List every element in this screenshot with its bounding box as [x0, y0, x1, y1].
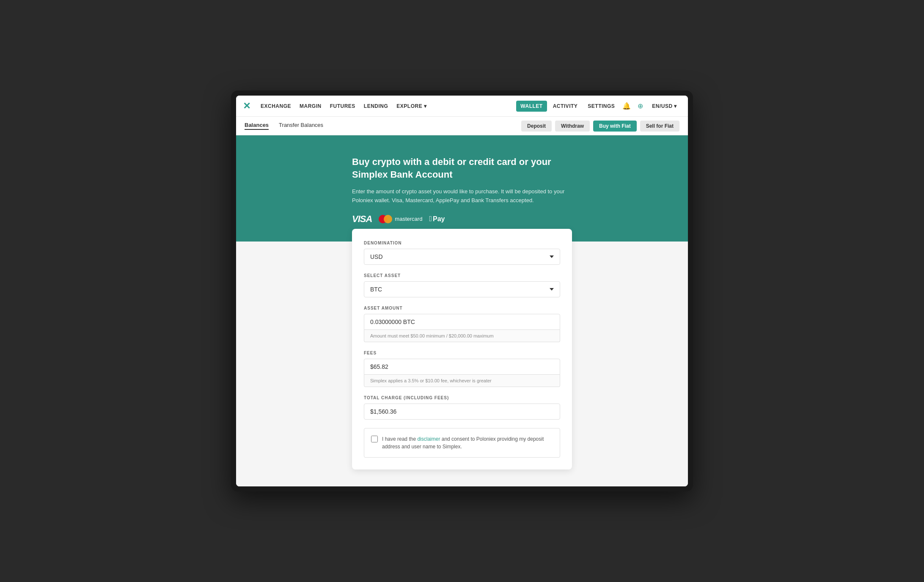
nav-explore[interactable]: EXPLORE ▾ — [396, 103, 426, 109]
total-charge-input[interactable] — [364, 404, 560, 420]
sub-nav-right: Deposit Withdraw Buy with Fiat Sell for … — [521, 121, 679, 132]
buy-with-fiat-button[interactable]: Buy with Fiat — [593, 121, 637, 132]
consent-checkbox[interactable] — [371, 436, 378, 442]
device-frame: ✕ EXCHANGE MARGIN FUTURES LENDING EXPLOR… — [231, 91, 693, 491]
total-charge-label: TOTAL CHARGE (INCLUDING FEES) — [364, 395, 560, 400]
fees-group: FEES Simplex applies a 3.5% or $10.00 fe… — [364, 351, 560, 387]
nav-settings[interactable]: SETTINGS — [583, 101, 619, 112]
form-card: DENOMINATION USD EUR GBP SELECT ASSET BT… — [352, 229, 572, 469]
denomination-label: DENOMINATION — [364, 241, 560, 245]
disclaimer-link[interactable]: disclaimer — [417, 436, 440, 442]
asset-amount-input[interactable] — [364, 314, 560, 330]
locale-selector[interactable]: EN/USD ▾ — [648, 101, 681, 112]
logo[interactable]: ✕ — [243, 101, 250, 112]
mastercard-logo: mastercard — [379, 215, 422, 223]
hero-description: Enter the amount of crypto asset you wou… — [352, 187, 572, 205]
consent-label: I have read the disclaimer and consent t… — [382, 435, 553, 450]
mc-circle-right — [384, 215, 392, 223]
sell-for-fiat-button[interactable]: Sell for Fiat — [640, 121, 679, 132]
screen: ✕ EXCHANGE MARGIN FUTURES LENDING EXPLOR… — [236, 96, 688, 486]
asset-select[interactable]: BTC ETH LTC XRP — [364, 281, 560, 297]
nav-activity[interactable]: ACTIVITY — [549, 101, 582, 112]
top-nav: ✕ EXCHANGE MARGIN FUTURES LENDING EXPLOR… — [236, 96, 688, 117]
transfer-balances-link[interactable]: Transfer Balances — [279, 122, 323, 130]
nav-exchange[interactable]: EXCHANGE — [261, 103, 291, 109]
denomination-select[interactable]: USD EUR GBP — [364, 249, 560, 265]
deposit-button[interactable]: Deposit — [521, 121, 552, 132]
mastercard-text: mastercard — [395, 216, 422, 222]
select-asset-label: SELECT ASSET — [364, 273, 560, 278]
balances-link[interactable]: Balances — [245, 122, 269, 130]
hero-section: Buy crypto with a debit or credit card o… — [236, 135, 688, 242]
sub-nav: Balances Transfer Balances Deposit Withd… — [236, 117, 688, 135]
visa-logo: VISA — [352, 214, 372, 225]
nav-futures[interactable]: FUTURES — [330, 103, 355, 109]
fees-input[interactable] — [364, 359, 560, 375]
select-asset-group: SELECT ASSET BTC ETH LTC XRP — [364, 273, 560, 297]
mastercard-circles — [379, 215, 392, 223]
consent-text-before: I have read the — [382, 436, 417, 442]
nav-right: WALLET ACTIVITY SETTINGS 🔔 ⊕ EN/USD ▾ — [516, 100, 681, 112]
asset-amount-hint: Amount must meet $50.00 minimum / $20,00… — [364, 330, 560, 342]
denomination-group: DENOMINATION USD EUR GBP — [364, 241, 560, 265]
asset-amount-label: ASSET AMOUNT — [364, 306, 560, 310]
nav-wallet[interactable]: WALLET — [516, 101, 547, 112]
applepay-logo:  Pay — [429, 214, 445, 223]
sub-nav-left: Balances Transfer Balances — [245, 122, 323, 130]
asset-amount-group: ASSET AMOUNT Amount must meet $50.00 min… — [364, 306, 560, 342]
nav-lending[interactable]: LENDING — [364, 103, 388, 109]
notifications-icon[interactable]: 🔔 — [621, 100, 632, 112]
fees-label: FEES — [364, 351, 560, 355]
fees-hint: Simplex applies a 3.5% or $10.00 fee, wh… — [364, 375, 560, 387]
nav-links: EXCHANGE MARGIN FUTURES LENDING EXPLORE … — [261, 103, 516, 109]
nav-margin[interactable]: MARGIN — [300, 103, 322, 109]
apple-icon:  — [429, 214, 432, 223]
hero-title: Buy crypto with a debit or credit card o… — [352, 156, 572, 181]
withdraw-button[interactable]: Withdraw — [555, 121, 590, 132]
user-icon[interactable]: ⊕ — [634, 100, 646, 112]
consent-checkbox-group: I have read the disclaimer and consent t… — [364, 428, 560, 458]
form-section: DENOMINATION USD EUR GBP SELECT ASSET BT… — [236, 242, 688, 486]
payment-logos: VISA mastercard  Pay — [352, 214, 572, 225]
applepay-text: Pay — [433, 215, 445, 223]
total-charge-group: TOTAL CHARGE (INCLUDING FEES) — [364, 395, 560, 420]
